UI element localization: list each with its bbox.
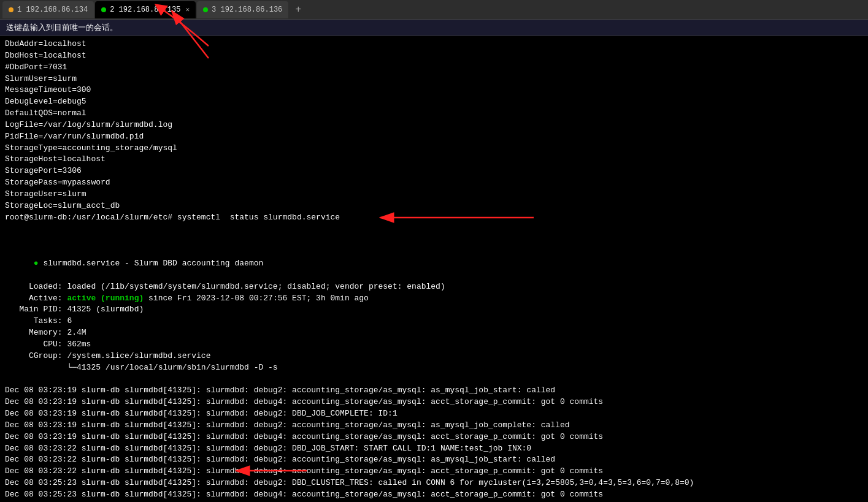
tab-3-label: 3 192.168.86.136 — [212, 6, 282, 14]
line-log3: Dec 08 03:23:19 slurm-db slurmdbd[41325]… — [5, 408, 863, 420]
line-log6: Dec 08 03:23:22 slurm-db slurmdbd[41325]… — [5, 443, 863, 455]
line-dbdhost: DbdHost=localhost — [5, 50, 863, 62]
line-defaultqos: DefaultQOS=normal — [5, 108, 863, 120]
line-blank — [5, 373, 863, 385]
tab-1-label: 1 192.168.86.134 — [17, 6, 88, 14]
tab-1-dot — [9, 7, 13, 12]
line-log7: Dec 08 03:23:22 slurm-db slurmdbd[41325]… — [5, 454, 863, 466]
line-pidfile: PidFile=/var/run/slurmdbd.pid — [5, 131, 863, 143]
tab-bar: 1 192.168.86.134 2 192.168.86.135 ✕ 3 19… — [0, 0, 868, 20]
tab-1[interactable]: 1 192.168.86.134 — [2, 1, 94, 18]
line-memory: Memory: 2.4M — [5, 327, 863, 339]
line-log1: Dec 08 03:23:19 slurm-db slurmdbd[41325]… — [5, 385, 863, 397]
line-msgtimeout: MessageTimeout=300 — [5, 85, 863, 96]
line-storagepass: StoragePass=mypassword — [5, 177, 863, 189]
line-log9: Dec 08 03:25:23 slurm-db slurmdbd[41325]… — [5, 477, 863, 489]
line-storageloc: StorageLoc=slurm_acct_db — [5, 200, 863, 212]
notice-bar: 送键盘输入到目前唯一的会话。 — [0, 20, 868, 36]
line-storagehost: StorageHost=localhost — [5, 154, 863, 165]
tab-2-label: 2 192.168.86.135 — [110, 6, 180, 14]
add-tab-button[interactable]: + — [291, 2, 305, 17]
line-service-header: ● slurmdbd.service - Slurm DBD accountin… — [5, 246, 863, 281]
line-log10: Dec 08 03:25:23 slurm-db slurmdbd[41325]… — [5, 489, 863, 501]
tab-3-dot — [203, 7, 208, 12]
terminal-wrapper: 1 192.168.86.134 2 192.168.86.135 ✕ 3 19… — [0, 0, 868, 501]
line-cgroup: CGroup: /system.slice/slurmdbd.service — [5, 351, 863, 362]
tab-2-close[interactable]: ✕ — [185, 6, 190, 13]
line-active: Active: active (running) since Fri 2023-… — [5, 293, 863, 305]
tab-2-dot — [101, 7, 106, 12]
line-storagetype: StorageType=accounting_storage/mysql — [5, 143, 863, 154]
line-debuglevel: DebugLevel=debug5 — [5, 96, 863, 108]
line-tasks: Tasks: 6 — [5, 316, 863, 327]
line-log2: Dec 08 03:23:19 slurm-db slurmdbd[41325]… — [5, 397, 863, 408]
tab-2[interactable]: 2 192.168.86.135 ✕ — [95, 1, 196, 18]
line-logfile: LogFile=/var/log/slurm/slurmdbd.log — [5, 120, 863, 131]
line-loaded: Loaded: loaded (/lib/systemd/system/slur… — [5, 281, 863, 293]
line-storageuser: StorageUser=slurm — [5, 189, 863, 200]
line-dbdaddr: DbdAddr=localhost — [5, 39, 863, 50]
line-mainpid: Main PID: 41325 (slurmdbd) — [5, 304, 863, 316]
line-log8: Dec 08 03:23:22 slurm-db slurmdbd[41325]… — [5, 466, 863, 477]
line-log5: Dec 08 03:23:19 slurm-db slurmdbd[41325]… — [5, 432, 863, 443]
line-cmd-status: root@slurm-db:/usr/local/slurm/etc# syst… — [5, 212, 863, 247]
line-dbdport: #DbdPort=7031 — [5, 62, 863, 74]
notice-text: 送键盘输入到目前唯一的会话。 — [6, 23, 118, 32]
line-cpu: CPU: 362ms — [5, 339, 863, 351]
line-cgroup-pid: └─41325 /usr/local/slurm/sbin/slurmdbd -… — [5, 362, 863, 374]
tab-3[interactable]: 3 192.168.86.136 — [197, 1, 288, 18]
line-log4: Dec 08 03:23:19 slurm-db slurmdbd[41325]… — [5, 420, 863, 432]
line-cmd-mysql: root@slurm-db:/usr/local/slurm/etc# mysq… — [5, 501, 863, 501]
terminal-output: DbdAddr=localhost DbdHost=localhost #Dbd… — [0, 36, 868, 501]
line-storageport: StoragePort=3306 — [5, 165, 863, 177]
line-slurmuser: SlurmUser=slurm — [5, 74, 863, 85]
